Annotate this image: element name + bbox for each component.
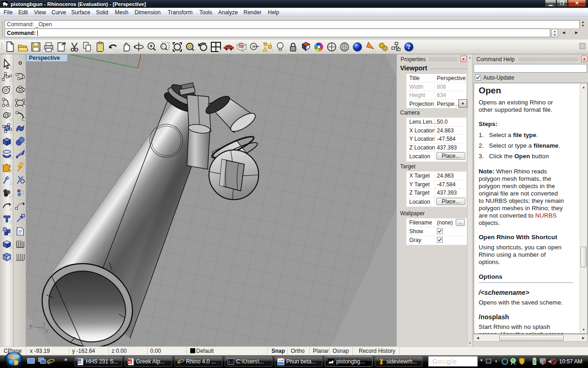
svg-text:e: e (47, 357, 51, 366)
svg-text:Perspective: Perspective (29, 55, 60, 61)
svg-text:G: G (128, 360, 131, 364)
svg-text:?: ? (407, 43, 411, 51)
svg-text:e: e (178, 358, 181, 365)
svg-text:z: z (45, 328, 48, 334)
svg-text:C:\: C:\ (228, 360, 234, 364)
svg-text:W: W (78, 360, 82, 364)
